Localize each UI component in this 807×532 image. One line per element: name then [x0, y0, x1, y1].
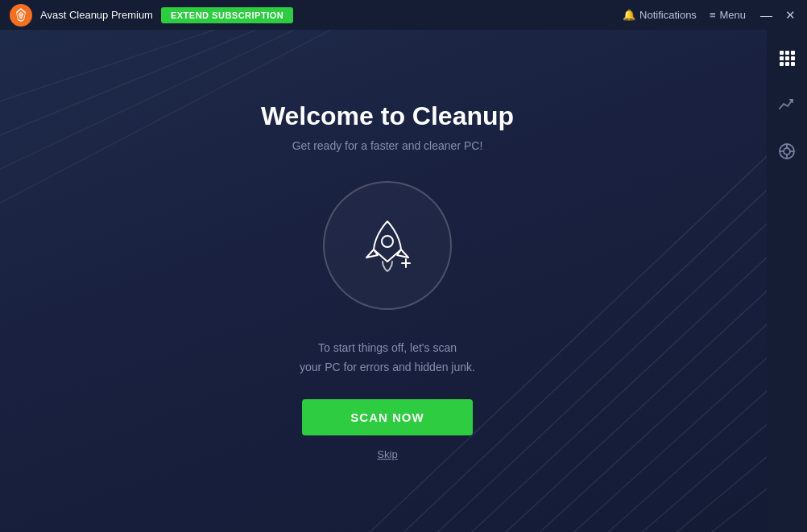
notifications-label: Notifications [639, 9, 697, 21]
title-bar: Avast Cleanup Premium EXTEND SUBSCRIPTIO… [0, 0, 807, 30]
svg-point-31 [382, 236, 393, 247]
extend-subscription-button[interactable]: EXTEND SUBSCRIPTION [161, 7, 293, 23]
bell-icon: 🔔 [623, 9, 635, 21]
rocket-icon [347, 205, 428, 286]
minimize-button[interactable]: — [759, 7, 774, 23]
avast-logo [10, 4, 32, 27]
menu-label: Menu [719, 9, 746, 21]
scan-description: To start things off, let's scan your PC … [300, 339, 475, 377]
scan-now-button[interactable]: SCAN NOW [302, 399, 472, 435]
title-bar-right: 🔔 Notifications ≡ Menu — ✕ [623, 7, 797, 23]
menu-button[interactable]: ≡ Menu [710, 9, 746, 21]
main-content: Welcome to Cleanup Get ready for a faste… [0, 30, 807, 532]
window-controls: — ✕ [759, 7, 797, 23]
welcome-subtitle: Get ready for a faster and cleaner PC! [292, 139, 483, 152]
welcome-title: Welcome to Cleanup [261, 101, 514, 131]
scan-description-line2: your PC for errors and hidden junk. [300, 361, 475, 373]
hamburger-icon: ≡ [710, 9, 716, 21]
close-button[interactable]: ✕ [784, 7, 797, 23]
notifications-button[interactable]: 🔔 Notifications [623, 9, 697, 21]
skip-button[interactable]: Skip [377, 448, 397, 460]
center-content: Welcome to Cleanup Get ready for a faste… [0, 30, 807, 532]
rocket-circle [323, 181, 452, 310]
scan-description-line1: To start things off, let's scan [318, 341, 457, 354]
title-bar-left: Avast Cleanup Premium EXTEND SUBSCRIPTIO… [10, 4, 293, 27]
app-title: Avast Cleanup Premium [40, 9, 153, 21]
